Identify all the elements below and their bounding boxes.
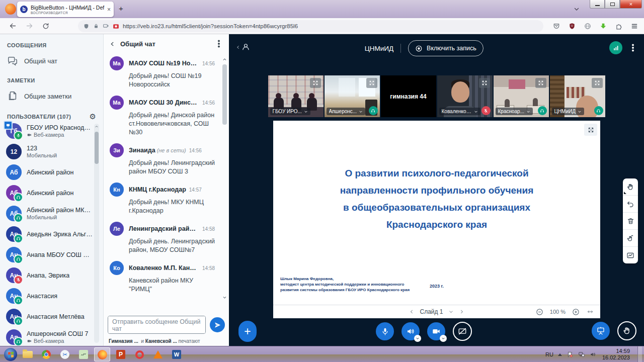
window-maximize-button[interactable] <box>605 0 620 9</box>
whiteboard-undo-button[interactable] <box>623 196 638 213</box>
webcam-button[interactable] <box>427 322 445 340</box>
sidebar-item-shared-notes[interactable]: Общие заметки <box>0 87 103 105</box>
chat-message-input[interactable] <box>108 316 206 334</box>
hamburger-menu-icon[interactable] <box>631 23 638 30</box>
whiteboard-clear-annotations-button[interactable] <box>623 213 638 230</box>
permissions-icon[interactable] <box>103 23 109 30</box>
video-tile[interactable]: Апшеронс... <box>325 75 380 117</box>
browser-tab[interactable]: b BigBlueButton - ЦНМиИД - Def ВОСПРОИЗВ… <box>17 2 114 17</box>
next-slide-button[interactable] <box>459 309 464 314</box>
show-desktop-button[interactable] <box>637 346 642 362</box>
scroll-up-icon[interactable] <box>95 125 99 129</box>
chat-scroll-up-icon[interactable] <box>222 57 227 62</box>
globe-icon[interactable] <box>584 23 591 30</box>
taskbar-vlc-icon[interactable] <box>150 347 166 361</box>
screenshare-button[interactable] <box>453 322 472 341</box>
firefox-icon[interactable] <box>5 4 16 15</box>
shield-icon[interactable] <box>83 23 90 30</box>
taskbar-explorer-icon[interactable] <box>20 347 36 361</box>
user-list-item[interactable]: ГбГБОУ ИРО Краснодарс... (Вы)Веб-камера <box>0 121 93 141</box>
chat-scrollbar[interactable] <box>222 57 227 300</box>
user-list-item[interactable]: АпАпшеронский СОШ 7Веб-камера <box>0 327 93 346</box>
video-label-dropdown[interactable]: ЦНМиИД <box>552 108 585 115</box>
taskbar-word-icon[interactable]: W <box>169 347 185 361</box>
whiteboard-multiuser-button[interactable] <box>623 230 638 247</box>
video-tile[interactable]: ЦНМиИД <box>550 75 605 117</box>
user-list-item[interactable]: АнАнастасия <box>0 286 93 306</box>
userlist-scroll-thumb[interactable] <box>95 132 99 164</box>
connection-status-button[interactable] <box>609 41 622 54</box>
taskbar-chrome-icon[interactable] <box>38 347 54 361</box>
video-label-dropdown[interactable]: Красноар... <box>496 108 533 115</box>
forward-icon[interactable] <box>26 22 33 30</box>
user-list-item[interactable]: АбАбинский район <box>0 162 93 183</box>
zoom-in-button[interactable] <box>572 308 580 316</box>
user-list-item[interactable]: АнАнастасия Метлёва <box>0 306 93 327</box>
taskbar-powerpoint-icon[interactable]: P <box>113 347 129 361</box>
chat-scroll-down-icon[interactable] <box>222 295 227 300</box>
taskbar-firefox-icon[interactable] <box>94 347 110 361</box>
user-list-item[interactable]: АнАнапа, Эврика <box>0 265 93 286</box>
webcam-options-chevron-icon[interactable] <box>440 335 447 342</box>
user-list-item[interactable]: АвАведьян Эрика Альгирдовна <box>0 224 93 244</box>
window-close-button[interactable]: × <box>620 0 642 9</box>
actions-plus-button[interactable]: + <box>238 321 257 342</box>
meeting-options-kebab-icon[interactable] <box>632 47 634 49</box>
video-tile[interactable]: ГБОУ ИРО... <box>268 75 324 117</box>
video-tile[interactable]: гимназия 44 <box>381 75 436 117</box>
video-label-dropdown[interactable]: ГБОУ ИРО... <box>270 108 310 115</box>
language-indicator[interactable]: RU <box>545 351 553 357</box>
toggle-userlist-button[interactable] <box>236 43 250 51</box>
video-fullscreen-button[interactable] <box>366 78 377 88</box>
tab-list-chevron-icon[interactable] <box>574 6 580 12</box>
whiteboard-smart-tools-button[interactable] <box>623 247 638 263</box>
chat-options-kebab-icon[interactable] <box>218 43 220 45</box>
chat-scroll-thumb[interactable] <box>222 64 227 125</box>
raise-hand-button[interactable] <box>617 321 636 340</box>
zoom-out-button[interactable] <box>536 308 543 316</box>
action-center-flag-icon[interactable] <box>567 351 574 358</box>
video-fullscreen-button[interactable] <box>479 78 490 88</box>
adblock-shield-icon[interactable]: U <box>569 23 576 30</box>
extension-puzzle-icon[interactable] <box>615 23 622 30</box>
user-list-item[interactable]: 12123Мобильный <box>0 141 93 162</box>
lock-icon[interactable] <box>93 23 99 29</box>
video-fullscreen-button[interactable] <box>310 78 321 88</box>
sidebar-item-public-chat[interactable]: Общий чат <box>0 52 103 69</box>
volume-icon[interactable] <box>590 351 597 358</box>
download-manager-icon[interactable] <box>600 23 607 30</box>
audio-options-chevron-icon[interactable] <box>414 335 421 342</box>
recording-indicator-icon[interactable] <box>113 23 119 30</box>
tray-expand-icon[interactable] <box>558 353 562 356</box>
mute-microphone-button[interactable] <box>376 322 394 340</box>
taskbar-snipping-tool-icon[interactable]: ✂ <box>57 347 73 361</box>
pocket-icon[interactable] <box>553 23 560 30</box>
user-list-item[interactable]: АбАбинский район <box>0 183 93 203</box>
video-fullscreen-button[interactable] <box>535 78 546 88</box>
window-minimize-button[interactable] <box>590 0 605 9</box>
fit-width-button[interactable] <box>586 309 594 315</box>
user-list-item[interactable]: АнАнапа МБОУ СОШ № 7 <box>0 244 93 265</box>
start-button[interactable] <box>4 348 17 361</box>
chat-back-icon[interactable] <box>110 41 115 47</box>
start-recording-button[interactable]: Включить запись <box>408 40 484 56</box>
gear-icon[interactable]: ⚙ <box>90 113 96 120</box>
video-label-dropdown[interactable]: Коваленко ... <box>439 108 480 115</box>
network-icon[interactable] <box>578 351 585 358</box>
video-fullscreen-button[interactable] <box>592 78 603 88</box>
tab-close-icon[interactable]: × <box>107 6 111 13</box>
whiteboard-tool-hand-button[interactable] <box>623 178 638 196</box>
taskbar-yamaha-app-icon[interactable] <box>75 347 92 361</box>
audio-button[interactable] <box>401 322 420 340</box>
video-label-dropdown[interactable]: Апшеронс... <box>327 108 366 115</box>
userlist-scrollbar[interactable] <box>94 124 99 343</box>
restore-presentation-button[interactable] <box>592 322 610 340</box>
taskbar-opera-icon[interactable] <box>131 347 147 361</box>
back-icon[interactable] <box>9 22 17 30</box>
presentation-fullscreen-button[interactable] <box>584 124 597 136</box>
reload-icon[interactable] <box>42 23 49 30</box>
user-list-item[interactable]: АбАбинский район МКУ ИМЦ Д...Мобильный <box>0 203 93 224</box>
video-tile[interactable]: Коваленко ... <box>437 75 493 117</box>
clock[interactable]: 14:59 16.02.2023 <box>602 348 630 361</box>
previous-slide-button[interactable] <box>409 309 414 314</box>
